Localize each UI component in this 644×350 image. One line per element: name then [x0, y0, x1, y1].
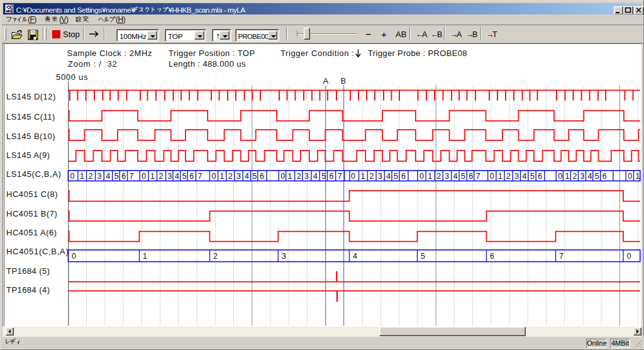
svg-text:0: 0: [419, 172, 424, 181]
svg-text:1: 1: [220, 172, 225, 181]
svg-text:3: 3: [580, 172, 585, 181]
svg-text:6: 6: [189, 172, 194, 181]
svg-text:0: 0: [70, 172, 74, 181]
svg-text:2: 2: [213, 252, 218, 261]
svg-text:1: 1: [80, 172, 84, 181]
svg-text:LS145(C,B,A): LS145(C,B,A): [6, 169, 61, 179]
svg-text:HC4051 C(8): HC4051 C(8): [6, 189, 58, 199]
svg-text:TP1684 (4): TP1684 (4): [6, 285, 50, 295]
svg-text:Length : 488.000 us: Length : 488.000 us: [169, 59, 246, 69]
svg-text:6: 6: [121, 172, 126, 181]
svg-text:HC4051 A(6): HC4051 A(6): [6, 228, 57, 237]
svg-text:1: 1: [498, 172, 502, 181]
svg-text:5: 5: [595, 172, 599, 181]
svg-text:LS145 B(10): LS145 B(10): [6, 132, 55, 141]
svg-text:5: 5: [394, 172, 398, 181]
svg-text:6: 6: [260, 172, 264, 181]
svg-text:A: A: [323, 76, 329, 86]
svg-text:LS145 A(9): LS145 A(9): [6, 150, 50, 160]
svg-text:4: 4: [453, 172, 458, 181]
svg-text:Trigger Condition :: Trigger Condition :: [280, 48, 354, 58]
svg-text:Trigger Position : TOP: Trigger Position : TOP: [169, 48, 255, 58]
svg-text:1: 1: [143, 252, 147, 261]
svg-text:7: 7: [559, 252, 564, 261]
svg-text:6: 6: [538, 172, 542, 181]
svg-text:5: 5: [421, 252, 425, 261]
svg-text:2: 2: [297, 172, 301, 181]
svg-text:2: 2: [89, 172, 93, 181]
svg-text:4: 4: [386, 172, 391, 181]
svg-text:3: 3: [445, 172, 449, 181]
svg-text:6: 6: [490, 252, 494, 261]
svg-text:0: 0: [558, 172, 562, 181]
svg-text:Zoom : / 32: Zoom : / 32: [68, 59, 117, 69]
svg-text:1: 1: [565, 172, 569, 181]
svg-text:Trigger Probe : PROBE08: Trigger Probe : PROBE08: [368, 48, 467, 58]
svg-text:3: 3: [514, 172, 519, 181]
svg-text:0: 0: [211, 172, 216, 181]
svg-text:4: 4: [353, 252, 357, 261]
svg-text:7: 7: [130, 172, 134, 181]
svg-text:0: 0: [628, 172, 632, 181]
svg-text:0: 0: [280, 172, 285, 181]
svg-text:HC4051 B(7): HC4051 B(7): [6, 209, 57, 218]
svg-text:2: 2: [159, 172, 164, 181]
svg-text:1: 1: [150, 172, 155, 181]
svg-text:3: 3: [97, 172, 102, 181]
svg-text:2: 2: [572, 172, 577, 181]
svg-text:0: 0: [627, 252, 631, 261]
svg-text:4: 4: [588, 172, 592, 181]
svg-text:3: 3: [168, 172, 172, 181]
svg-text:7: 7: [476, 172, 480, 181]
svg-text:3: 3: [304, 172, 309, 181]
svg-text:0: 0: [351, 172, 355, 181]
svg-text:LS145 C(11): LS145 C(11): [6, 112, 55, 121]
svg-text:2: 2: [506, 172, 511, 181]
svg-text:Sample Clock : 2MHz: Sample Clock : 2MHz: [67, 48, 152, 58]
svg-text:6: 6: [401, 172, 406, 181]
svg-text:0: 0: [72, 252, 76, 261]
svg-text:2: 2: [369, 172, 374, 181]
svg-text:3: 3: [378, 172, 382, 181]
svg-text:0: 0: [142, 172, 146, 181]
svg-text:B: B: [341, 76, 347, 86]
svg-text:6: 6: [602, 172, 607, 181]
svg-text:4: 4: [106, 172, 110, 181]
svg-text:TP1684 (5): TP1684 (5): [6, 266, 50, 276]
svg-text:5: 5: [321, 172, 326, 181]
svg-text:5: 5: [530, 172, 535, 181]
svg-text:7: 7: [338, 172, 342, 181]
svg-text:5: 5: [252, 172, 257, 181]
svg-text:1: 1: [288, 172, 292, 181]
svg-text:2: 2: [436, 172, 441, 181]
svg-text:4: 4: [245, 172, 249, 181]
svg-text:4: 4: [523, 172, 527, 181]
svg-text:5000 us: 5000 us: [56, 72, 88, 82]
svg-text:5: 5: [182, 172, 187, 181]
svg-text:7: 7: [197, 172, 202, 181]
svg-text:0: 0: [490, 172, 494, 181]
svg-text:HC4051(C,B,A): HC4051(C,B,A): [6, 247, 69, 256]
svg-text:6: 6: [330, 172, 334, 181]
svg-text:5: 5: [114, 172, 119, 181]
svg-text:4: 4: [175, 172, 179, 181]
svg-text:1: 1: [361, 172, 365, 181]
svg-text:6: 6: [469, 172, 473, 181]
svg-text:1: 1: [428, 172, 432, 181]
svg-text:3: 3: [236, 172, 241, 181]
svg-text:1: 1: [636, 172, 640, 181]
svg-text:5: 5: [461, 172, 465, 181]
svg-text:3: 3: [282, 252, 286, 261]
svg-text:2: 2: [228, 172, 233, 181]
svg-text:LS145 D(12): LS145 D(12): [6, 92, 56, 101]
svg-text:4: 4: [313, 172, 318, 181]
